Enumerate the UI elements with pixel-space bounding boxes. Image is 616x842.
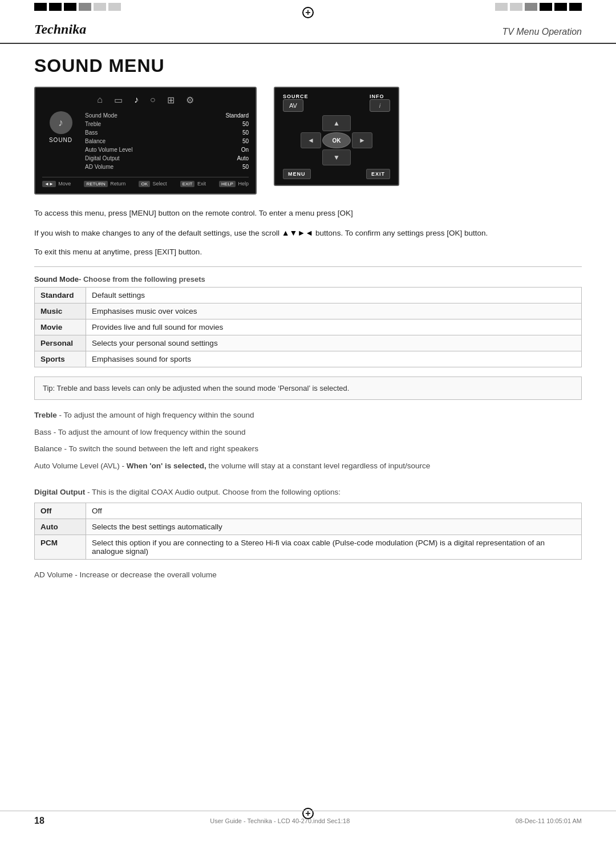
- avl-label: Auto Volume Level: [85, 147, 132, 153]
- treble-key: Treble: [34, 411, 57, 419]
- tv-menu-left: ♪ SOUND: [42, 111, 79, 171]
- sound-mode-subtitle: - Choose from the following presets: [79, 275, 205, 284]
- para-2: If you wish to make changes to any of th…: [34, 226, 582, 240]
- ad-volume-key: AD Volume: [34, 570, 73, 579]
- avl-key: Auto Volume Level (AVL): [34, 462, 120, 470]
- table-row: Auto Selects the best settings automatic…: [35, 519, 582, 535]
- table-row: Music Emphasises music over voices: [35, 303, 582, 319]
- tv-menu-right: Sound Mode Standard Treble 50 Bass 50 Ba…: [85, 111, 249, 171]
- remote-dpad: ▲ ◄ OK ► ▼: [283, 115, 390, 165]
- opt-auto: Auto: [35, 519, 86, 535]
- mode-sports-desc: Emphasises sound for sports: [86, 351, 582, 367]
- menu-row-digitalout: Digital Output Auto: [85, 154, 249, 163]
- sound-mode-key: Sound Mode: [34, 275, 79, 284]
- avl-text: the volume will stay at a constant level…: [209, 462, 431, 470]
- registration-mark-top: [302, 7, 314, 18]
- balance-desc: Balance - To switch the sound between th…: [34, 443, 582, 455]
- treble-label: Treble: [85, 121, 101, 127]
- bass-key: Bass: [34, 428, 51, 436]
- digital-output-intro: Digital Output - This is the digital COA…: [34, 486, 582, 499]
- menu-row-soundmode: Sound Mode Standard: [85, 111, 249, 120]
- remote-info-button[interactable]: i: [370, 99, 390, 112]
- bass-label: Bass: [85, 129, 98, 136]
- table-row: PCM Select this option if you are connec…: [35, 535, 582, 560]
- footer-exit: EXIT Exit: [180, 181, 206, 187]
- opt-off-desc: Off: [86, 503, 582, 519]
- ad-volume-text: - Increase or decrease the overall volum…: [75, 570, 216, 579]
- dpad-left-button[interactable]: ◄: [301, 132, 321, 148]
- balance-label: Balance: [85, 138, 106, 144]
- page-number: 18: [34, 816, 44, 826]
- brand-logo: Technika: [34, 22, 86, 37]
- remote-source-label: SOURCE AV: [283, 94, 309, 112]
- balance-key: Balance: [34, 444, 62, 453]
- avl-when: When 'on' is selected,: [127, 462, 206, 470]
- footer-move: ◄► Move: [42, 181, 71, 187]
- tv-menu-body: ♪ SOUND Sound Mode Standard Treble 50 Ba…: [42, 111, 249, 171]
- dpad-ok-button[interactable]: OK: [322, 132, 351, 148]
- tv-menu-screenshot: ⌂ ▭ ♪ ○ ⊞ ⚙ ♪ SOUND Sound Mode Standard: [34, 87, 257, 195]
- digital-output-text: - This is the digital COAX Audio output.…: [87, 488, 341, 496]
- para-3: To exit this menu at anytime, press [EXI…: [34, 246, 582, 258]
- divider-1: [34, 266, 582, 267]
- table-row: Personal Selects your personal sound set…: [35, 335, 582, 351]
- remote-top-row: SOURCE AV INFO i: [283, 94, 390, 112]
- footer-select: OK Select: [139, 181, 167, 187]
- sound-label: SOUND: [49, 137, 72, 143]
- home-icon: ⌂: [97, 95, 103, 106]
- dpad-right-button[interactable]: ►: [352, 132, 372, 148]
- para-2-start: If you wish to make changes to any of th…: [34, 229, 279, 237]
- remote-info-label: INFO i: [370, 94, 390, 112]
- page-content: SOUND MENU ⌂ ▭ ♪ ○ ⊞ ⚙ ♪ SOUND: [0, 55, 616, 581]
- ad-volume-desc: AD Volume - Increase or decrease the ove…: [34, 569, 582, 581]
- footer-right: 08-Dec-11 10:05:01 AM: [516, 817, 582, 824]
- remote-menu-button[interactable]: MENU: [283, 169, 311, 179]
- menu-row-balance: Balance 50: [85, 137, 249, 145]
- scroll-arrows: ▲▼►◄: [282, 228, 315, 237]
- menu-row-advolume: AD Volume 50: [85, 163, 249, 171]
- mode-personal-desc: Selects your personal sound settings: [86, 335, 582, 351]
- para-1: To access this menu, press [MENU] button…: [34, 207, 582, 220]
- opt-auto-desc: Selects the best settings automatically: [86, 519, 582, 535]
- section-title: TV Menu Operation: [502, 27, 582, 37]
- mode-sports: Sports: [35, 351, 86, 367]
- opt-pcm-desc: Select this option if you are connecting…: [86, 535, 582, 560]
- dpad-up-button[interactable]: ▲: [322, 115, 351, 131]
- bass-value: 50: [242, 129, 249, 136]
- avl-sep: -: [122, 462, 127, 470]
- digital-output-table: Off Off Auto Selects the best settings a…: [34, 503, 582, 560]
- remote-screenshot: SOURCE AV INFO i ▲ ◄ OK: [274, 87, 399, 186]
- mode-movie: Movie: [35, 319, 86, 335]
- menu-row-avl: Auto Volume Level On: [85, 145, 249, 154]
- menu-row-bass: Bass 50: [85, 128, 249, 137]
- mode-music-desc: Emphasises music over voices: [86, 303, 582, 319]
- circle-icon: ○: [150, 95, 156, 106]
- digitalout-label: Digital Output: [85, 155, 120, 161]
- gear-icon: ⚙: [186, 95, 194, 106]
- opt-off: Off: [35, 503, 86, 519]
- menu-row-treble: Treble 50: [85, 120, 249, 128]
- treble-sep: - To adjust the amount of high frequency…: [59, 411, 254, 419]
- treble-value: 50: [242, 121, 249, 127]
- remote-bottom-row: MENU EXIT: [283, 169, 390, 179]
- audio-icon: ♪: [134, 95, 139, 106]
- footer-help: HELP Help: [219, 181, 249, 187]
- sound-mode-table: Standard Default settings Music Emphasis…: [34, 287, 582, 367]
- balance-value: 50: [242, 138, 249, 144]
- dpad-down-button[interactable]: ▼: [322, 149, 351, 165]
- bass-desc: Bass - To adjust the amount of low frequ…: [34, 426, 582, 439]
- avl-desc: Auto Volume Level (AVL) - When 'on' is s…: [34, 460, 582, 472]
- digital-output-key: Digital Output: [34, 488, 85, 496]
- table-row: Off Off: [35, 503, 582, 519]
- mode-standard-desc: Default settings: [86, 287, 582, 303]
- crop-marks-top-right: [495, 3, 582, 11]
- table-row: Sports Emphasises sound for sports: [35, 351, 582, 367]
- tv-menu-footer: ◄► Move RETURN Return OK Select EXIT Exi…: [42, 177, 249, 187]
- footer-return: RETURN Return: [84, 181, 125, 187]
- bass-sep: - To adjust the amount of low frequency …: [54, 428, 246, 436]
- display-icon: ▭: [114, 95, 123, 106]
- remote-exit-button[interactable]: EXIT: [366, 169, 390, 179]
- para-2-end: buttons. To confirm any settings press […: [315, 229, 488, 237]
- opt-pcm: PCM: [35, 535, 86, 560]
- remote-av-button[interactable]: AV: [283, 99, 303, 112]
